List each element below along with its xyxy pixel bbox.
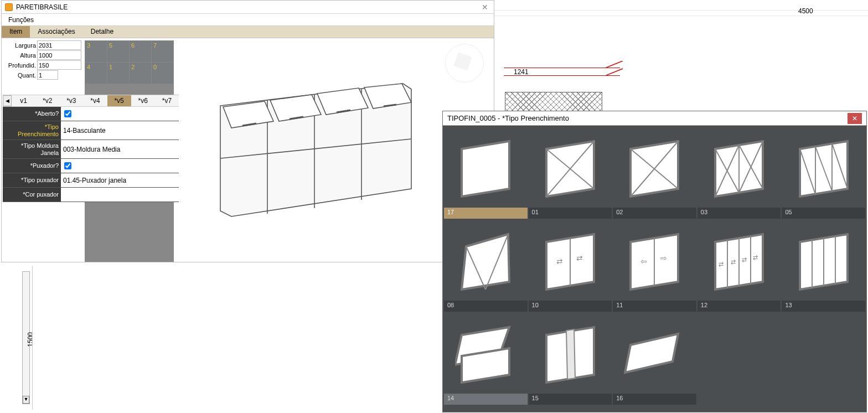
vtab-v6[interactable]: *v6 [131, 95, 155, 106]
window-thumb-icon [444, 220, 528, 301]
prop-row: *Tipo Preenchimento14-Basculante [3, 121, 179, 140]
tab-detalhe[interactable]: Detalhe [83, 26, 121, 38]
prop-label: *Aberto? [3, 107, 61, 121]
grid-cell[interactable]: 5 [107, 41, 129, 62]
tab-item[interactable]: Item [2, 26, 30, 38]
window-thumb-icon [444, 127, 528, 208]
altura-label: Altura [3, 52, 36, 59]
close-icon[interactable]: ✕ [479, 3, 490, 12]
vtab-v5[interactable]: *v5 [107, 95, 131, 106]
prop-value[interactable] [61, 188, 179, 202]
window-thumb-icon [782, 127, 865, 208]
type-card-label: 10 [529, 301, 612, 312]
altura-input[interactable] [37, 50, 81, 60]
vtab-v4[interactable]: *v4 [83, 95, 107, 106]
grid-cell[interactable]: 4 [85, 63, 107, 84]
type-card-03[interactable]: 03 [698, 127, 781, 219]
prop-label: *Tipo puxador [3, 173, 61, 187]
panel-tabs: Item Associações Detalhe [2, 26, 494, 38]
type-card-label: 11 [613, 301, 696, 312]
window-thumb-icon [444, 313, 528, 394]
window-3d-icon [204, 73, 469, 228]
type-card-13[interactable]: 13 [782, 220, 865, 312]
app-icon [5, 3, 13, 11]
type-card-02[interactable]: 02 [613, 127, 696, 219]
svg-marker-34 [462, 234, 509, 290]
popup-grid: 170102030508⇄⇄10⇦⇨11⇄⇄⇄⇄1213141516 [443, 126, 866, 406]
type-card-12[interactable]: ⇄⇄⇄⇄12 [698, 220, 781, 312]
svg-line-0 [606, 61, 623, 68]
vtab-v3[interactable]: *v3 [59, 95, 83, 106]
type-card-15[interactable]: 15 [529, 313, 612, 405]
prop-value[interactable] [61, 107, 179, 121]
svg-text:⇄: ⇄ [556, 257, 563, 266]
dim-left: 1500 [27, 332, 34, 347]
svg-text:⇄: ⇄ [753, 254, 758, 261]
grid-cell[interactable]: 7 [152, 41, 173, 62]
panel-title: PARETIBRASILE [16, 3, 479, 11]
ruler-down-icon[interactable]: ▼ [23, 396, 29, 404]
variant-tabs: ◀ v1*v2*v3*v4*v5*v6*v7 [3, 95, 179, 107]
type-card-14[interactable]: 14 [444, 313, 528, 405]
grid-cell[interactable]: 3 [85, 41, 107, 62]
menu-funcoes[interactable]: Funções [3, 15, 39, 25]
type-card-label: 14 [444, 394, 528, 405]
grid-cell[interactable]: 1 [107, 63, 129, 84]
vtab-v1[interactable]: v1 [12, 95, 35, 106]
type-card-01[interactable]: 01 [529, 127, 612, 219]
popup-close-icon[interactable]: ✕ [848, 113, 862, 124]
type-card-label: 05 [782, 208, 865, 219]
profund-input[interactable] [37, 60, 81, 70]
property-list: *Aberto?*Tipo Preenchimento14-Basculante… [3, 107, 179, 202]
prop-value[interactable]: 01.45-Puxador janela [61, 173, 179, 187]
scroll-left-icon[interactable]: ◀ [3, 95, 12, 106]
type-card-05[interactable]: 05 [782, 127, 865, 219]
prop-checkbox[interactable] [64, 162, 71, 169]
largura-input[interactable] [37, 40, 81, 50]
type-card-label: 17 [444, 208, 528, 219]
svg-text:⇄: ⇄ [742, 256, 747, 263]
svg-marker-15 [462, 141, 509, 197]
svg-marker-60 [566, 329, 575, 379]
window-thumb-icon: ⇦⇨ [613, 220, 696, 301]
prop-checkbox[interactable] [64, 110, 71, 117]
window-thumb-icon [529, 127, 612, 208]
panel-titlebar[interactable]: PARETIBRASILE ✕ [2, 1, 494, 14]
grid-cell[interactable]: 0 [152, 63, 173, 84]
svg-text:⇨: ⇨ [660, 254, 667, 262]
type-card-label: 02 [613, 208, 696, 219]
quant-input[interactable] [37, 70, 58, 80]
prop-row: *Puxador? [3, 159, 179, 173]
svg-text:⇄: ⇄ [576, 254, 583, 262]
popup-titlebar[interactable]: TIPOFIN_0005 - *Tipo Preenchimento ✕ [443, 111, 866, 126]
prop-row: *Tipo puxador01.45-Puxador janela [3, 173, 179, 188]
prop-value[interactable]: 14-Basculante [61, 121, 179, 140]
tab-assoc[interactable]: Associações [30, 26, 82, 38]
prop-row: *Tipo Moldura Janela003-Moldura Media [3, 140, 179, 159]
type-card-11[interactable]: ⇦⇨11 [613, 220, 696, 312]
popup-tipofin: TIPOFIN_0005 - *Tipo Preenchimento ✕ 170… [442, 111, 867, 412]
prop-value[interactable] [61, 159, 179, 173]
quant-label: Quant. [3, 72, 36, 79]
dim-top: 4500 [798, 7, 813, 15]
prop-label: *Tipo Preenchimento [3, 121, 61, 140]
prop-label: *Cor puxador [3, 188, 61, 202]
svg-text:⇄: ⇄ [731, 259, 736, 265]
largura-label: Largura [3, 42, 36, 49]
type-card-label: 01 [529, 208, 612, 219]
type-card-16[interactable]: 16 [613, 313, 696, 405]
type-card-08[interactable]: 08 [444, 220, 528, 312]
vtab-v2[interactable]: *v2 [35, 95, 59, 106]
grid-cell[interactable]: 2 [130, 63, 151, 84]
svg-marker-61 [625, 334, 678, 373]
grid-cell[interactable]: 6 [130, 41, 151, 62]
prop-value[interactable]: 003-Moldura Media [61, 140, 179, 158]
type-card-10[interactable]: ⇄⇄10 [529, 220, 612, 312]
vtab-v7[interactable]: *v7 [155, 95, 179, 106]
orientation-cube-icon[interactable] [445, 44, 484, 82]
svg-text:⇦: ⇦ [640, 257, 647, 266]
popup-title: TIPOFIN_0005 - *Tipo Preenchimento [447, 114, 848, 122]
type-card-17[interactable]: 17 [444, 127, 528, 219]
type-card-label: 16 [613, 394, 696, 405]
window-thumb-icon: ⇄⇄⇄⇄ [698, 220, 781, 301]
